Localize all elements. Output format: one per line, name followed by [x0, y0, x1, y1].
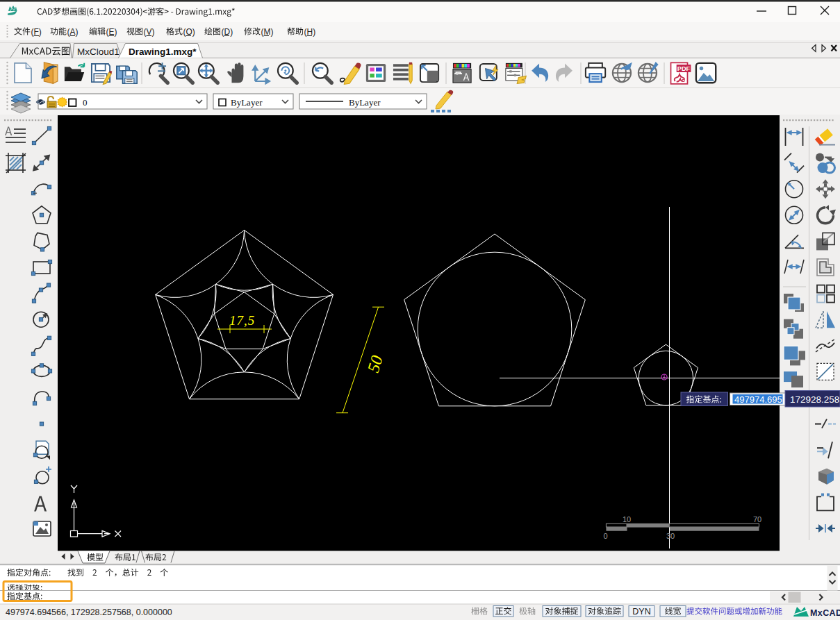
svg-text:DYN: DYN	[632, 607, 650, 617]
svg-text:(H): (H)	[304, 27, 316, 37]
svg-text:0: 0	[603, 532, 607, 540]
svg-text:PDF: PDF	[677, 65, 691, 72]
svg-text:ByLayer: ByLayer	[231, 97, 263, 108]
svg-text:(M): (M)	[261, 27, 274, 37]
svg-text:MxCAD: MxCAD	[810, 608, 840, 618]
svg-text:(O): (O)	[183, 27, 195, 37]
svg-text:MxCloud1: MxCloud1	[77, 47, 120, 57]
svg-text:10: 10	[623, 515, 631, 523]
svg-text:70: 70	[753, 515, 761, 523]
svg-text:497974.694566, 172928.257568,: 497974.694566, 172928.257568, 0.000000	[6, 608, 172, 617]
svg-text:(D): (D)	[222, 27, 233, 37]
svg-text:Drawing1.mxg*: Drawing1.mxg*	[129, 47, 197, 57]
svg-text:17,5: 17,5	[229, 313, 255, 328]
svg-text:(V): (V)	[144, 27, 155, 37]
svg-text:0: 0	[83, 97, 88, 108]
svg-text:(A): (A)	[67, 27, 79, 37]
svg-text:(F): (F)	[31, 27, 42, 37]
svg-text:ByLayer: ByLayer	[349, 97, 381, 108]
svg-text:497974.695: 497974.695	[734, 394, 782, 405]
svg-text:172928.258: 172928.258	[790, 394, 839, 405]
svg-text:(E): (E)	[106, 27, 117, 37]
svg-text:30: 30	[666, 532, 675, 540]
